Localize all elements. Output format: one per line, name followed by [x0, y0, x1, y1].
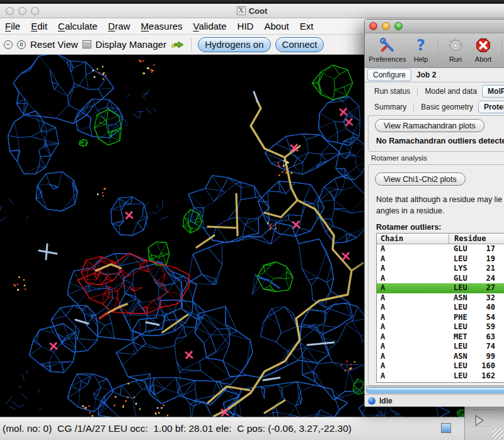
menu-ext[interactable]: Ext [300, 21, 314, 31]
table-cell: PHE [449, 313, 476, 323]
table-body: AGLU17ALEU19ALYS21AGLU24ALEU27AASN32ALEU… [377, 244, 504, 383]
molprobity-dialog: Preferences?HelpRunAbortA ConfigureJob 2… [364, 19, 504, 406]
table-cell: LEU [449, 361, 476, 371]
dialog-body: Run statusModel and dataMolProbit Summar… [365, 82, 504, 407]
table-cell: 160 [476, 361, 495, 371]
table-cell: 19 [476, 254, 495, 264]
tab-protein[interactable]: Protein [478, 101, 504, 113]
table-row[interactable]: AASN32 [377, 293, 504, 303]
dialog-tabs-jobs: ConfigureJob 2 [365, 68, 504, 82]
coot-titlebar[interactable]: X Coot [0, 4, 504, 18]
menu-file[interactable]: File [5, 21, 20, 31]
table-cell: 21 [476, 264, 495, 274]
table-cell: A [377, 264, 449, 274]
tab-separator [417, 87, 418, 96]
tab-molprobit[interactable]: MolProbit [482, 85, 504, 98]
reset-view-button[interactable]: Reset View [30, 39, 78, 50]
toolbar-item-label: Abort [475, 55, 491, 63]
table-row[interactable]: ALEU162 [377, 371, 504, 381]
scrollbar-thumb[interactable] [366, 387, 504, 393]
table-row[interactable]: ALEU160 [377, 361, 504, 371]
dialog-toolbar-separator [501, 37, 502, 62]
abort-button[interactable]: Abort [469, 36, 498, 63]
table-cell: LEU [449, 283, 476, 293]
menu-hid[interactable]: HID [238, 21, 254, 31]
tab-model-and-data[interactable]: Model and data [420, 86, 482, 97]
menu-validate[interactable]: Validate [193, 21, 226, 31]
rotamer-note-line2: angles in a residue. [376, 206, 444, 215]
table-row[interactable]: AASN99 [377, 352, 504, 362]
run-button[interactable]: Run [442, 36, 469, 63]
table-row[interactable]: ALEU19 [377, 254, 504, 264]
help-question-icon: ? [412, 36, 430, 55]
column-header-residue[interactable]: Residue [449, 234, 504, 244]
rotamer-outliers-table[interactable]: Chain Residue AGLU17ALEU19ALYS21AGLU24AL… [376, 233, 504, 383]
menu-measures[interactable]: Measures [141, 21, 183, 31]
table-row[interactable]: APHE168 [377, 381, 504, 383]
rotamer-note-line1: Note that although a residue may lie [376, 195, 502, 204]
menu-about[interactable]: About [264, 21, 289, 31]
display-manager-icon[interactable] [83, 40, 91, 48]
table-row[interactable]: ALEU74 [377, 342, 504, 352]
table-row[interactable]: AGLU17 [377, 244, 504, 254]
screen: X Coot FileEditCalculateDrawMeasuresVali… [0, 0, 504, 440]
window-resize-grip[interactable] [492, 428, 503, 439]
table-cell: LYS [449, 264, 476, 274]
table-row[interactable]: ALEU59 [377, 322, 504, 332]
table-row[interactable]: AMET63 [377, 332, 504, 342]
table-row[interactable]: APHE54 [377, 313, 504, 323]
table-cell: PHE [449, 381, 476, 383]
circle-dash-icon[interactable] [4, 40, 13, 49]
table-cell: 168 [476, 381, 495, 383]
table-cell: GLU [449, 244, 476, 254]
dialog-zoom-button[interactable] [394, 22, 403, 30]
menu-calculate[interactable]: Calculate [58, 21, 98, 31]
table-header[interactable]: Chain Residue [377, 234, 504, 244]
view-ramachandran-plots-button[interactable]: View Ramachandran plots [375, 119, 484, 132]
side-panel [464, 406, 504, 440]
dialog-close-button[interactable] [369, 22, 377, 30]
table-cell: A [377, 303, 449, 313]
table-cell: A [377, 293, 449, 303]
preferences-button[interactable]: Preferences [367, 36, 408, 63]
table-row[interactable]: AGLU24 [377, 274, 504, 284]
dialog-tabs-categories: SummaryBasic geometryProteinCl [365, 100, 504, 114]
table-row[interactable]: ALEU27 [377, 283, 504, 293]
menu-draw[interactable]: Draw [108, 21, 130, 31]
view-chi-plots-button[interactable]: View Chi1-Chi2 plots [375, 172, 466, 186]
table-cell: LEU [449, 303, 476, 313]
table-row[interactable]: ALYS21 [377, 264, 504, 274]
table-cell: 32 [476, 293, 495, 303]
tab-job-2[interactable]: Job 2 [411, 69, 441, 81]
ramachandran-message: No Ramachandran outliers detecte [376, 137, 504, 145]
table-cell: A [377, 361, 449, 371]
dialog-minimize-button[interactable] [382, 22, 390, 30]
status-bar: (mol. no: 0) CG /1/A/27 LEU occ: 1.00 bf… [0, 417, 464, 440]
dialog-titlebar[interactable] [365, 20, 504, 33]
table-cell: 63 [476, 332, 495, 342]
tab-summary[interactable]: Summary [369, 101, 411, 113]
menu-edit[interactable]: Edit [31, 21, 47, 31]
toolbar-item-label: Run [449, 55, 462, 63]
column-header-chain[interactable]: Chain [377, 234, 449, 244]
display-manager-button[interactable]: Display Manager [96, 39, 167, 50]
table-cell: 99 [476, 352, 495, 362]
table-cell: LEU [449, 322, 476, 332]
table-cell: LEU [449, 254, 476, 264]
circle-square-icon[interactable] [17, 40, 26, 49]
help-button[interactable]: ?Help [408, 36, 434, 63]
tab-basic-geometry[interactable]: Basic geometry [416, 101, 478, 113]
progress-chip [441, 423, 451, 433]
table-row[interactable]: ALEU40 [377, 303, 504, 313]
expand-panel-button[interactable] [472, 414, 486, 427]
tab-configure[interactable]: Configure [367, 69, 411, 81]
tab-run-status[interactable]: Run status [369, 86, 415, 97]
table-cell: A [377, 322, 449, 332]
toolbar-separator [191, 38, 192, 51]
rotamer-analysis-label: Rotamer analysis [371, 154, 427, 162]
hydrogens-toggle-button[interactable]: Hydrogens on [198, 37, 270, 52]
connect-button[interactable]: Connect [275, 37, 324, 52]
dialog-horizontal-scrollbar[interactable] [365, 386, 504, 394]
green-arrow-icon [171, 40, 185, 49]
x11-icon: X [237, 6, 246, 15]
